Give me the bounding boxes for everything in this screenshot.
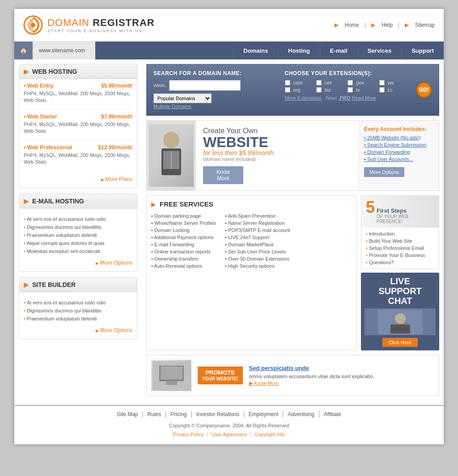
site-builder-icon: ▶ [24, 281, 29, 288]
include-item[interactable]: 25MB Website (No ads!) [364, 135, 433, 140]
ext-gov-cb[interactable] [348, 80, 353, 85]
footer-employment[interactable]: Employment [244, 411, 284, 417]
footer-pricing[interactable]: Pricing [166, 411, 192, 417]
list-item: POP3/SMTP E-mail account [225, 227, 290, 234]
search-label: SEARCH FOR A DOMAIN NAME: [153, 70, 276, 76]
ext-ws: .ws [386, 80, 394, 85]
promote-link[interactable]: Sed perspiciatis unde [249, 365, 434, 371]
domain-search-input[interactable] [169, 80, 241, 91]
site-url: www.sitename.com [33, 42, 95, 59]
logo-title: DOMAIN REGISTRAR [47, 17, 155, 29]
new-pro-text: New! .PRO Read More [326, 95, 376, 101]
nav-email[interactable]: E-mail [320, 42, 357, 59]
click-here-button[interactable]: Click Here [382, 338, 418, 347]
include-item[interactable]: Search Engine Submission [364, 142, 433, 147]
promo-banner: Create Your Own WEBSITE for less then $5… [146, 120, 439, 191]
know-more-button[interactable]: Know More [203, 166, 243, 184]
list-item: E-mail Forwarding [151, 241, 216, 248]
promote-text: Sed perspiciatis unde omnis voluptatem a… [249, 365, 434, 386]
free-services-col2: Anti-Spam Prevention Name Server Registr… [225, 212, 290, 270]
promo-person-image [147, 121, 196, 190]
plan-starter-price: $7.99/month [101, 114, 132, 120]
ext-tv-cb[interactable] [348, 87, 353, 93]
domain-dropdown[interactable]: Popular Domains [153, 93, 212, 103]
ext-com-cb[interactable] [285, 80, 290, 85]
include-item[interactable]: Domain Forwarding [364, 149, 433, 155]
nav-help-link[interactable]: Help [382, 22, 393, 28]
list-item: High Security options [225, 262, 290, 270]
go-button[interactable]: GO! [416, 82, 432, 98]
first-steps-box: 5 First Steps OF YOUR WEB PRESENCE! Intr… [361, 195, 439, 350]
ext-net-cb[interactable] [316, 80, 322, 85]
two-col-section: ▶ FREE SERVICES Domain parking page Whoi… [146, 195, 439, 350]
more-options-button[interactable]: More Options [364, 167, 404, 177]
nav-services[interactable]: Services [357, 42, 402, 59]
list-item: Over 50 Domain Extensions [225, 255, 290, 262]
copyright-info-link[interactable]: Copyright Info [251, 432, 288, 437]
promote-image [151, 360, 191, 391]
list-item: Auto-Renewal options [151, 262, 216, 270]
nav-hosting[interactable]: Hosting [278, 42, 319, 59]
svg-rect-12 [166, 381, 177, 385]
footer-investor[interactable]: Investor Relations [192, 411, 244, 417]
email-hosting-icon: ▶ [24, 198, 29, 205]
footer-sub-links: Privacy Policy User Agreement Copyright … [14, 430, 444, 439]
promo-website-text: WEBSITE [203, 135, 351, 149]
more-options-email-link[interactable]: More Options [24, 258, 132, 268]
www-label: www. [153, 82, 166, 88]
nav-domains[interactable]: Domains [233, 42, 278, 59]
nav-home-link[interactable]: Home [345, 22, 359, 28]
ext-org-cb[interactable] [285, 87, 290, 93]
svg-rect-11 [161, 366, 182, 379]
more-plans-link[interactable]: More Plans [24, 174, 132, 184]
promo-domain-text: (domain name included) [203, 156, 351, 162]
plan-entry: • Web Entry $5.99/month PHP4, MySQL, Web… [24, 83, 132, 109]
svg-point-2 [163, 132, 179, 148]
logo-subtitle: START YOUR E-BUSINESS WITH US! [47, 29, 155, 33]
multiple-domains-link[interactable]: Multiple Domains [153, 104, 191, 109]
promote-section: PROMOTE YOUR WEBSITE! Sed perspiciatis u… [146, 355, 439, 396]
more-extensions-link[interactable]: More Extensions [285, 95, 322, 101]
ext-net: .net [323, 80, 331, 85]
plan-starter-name: • Web Starter [24, 114, 57, 120]
ext-cc-cb[interactable] [379, 87, 385, 93]
plan-starter-desc: PHP4, MySQL, WebMail, 200 Megs, 2500 Meg… [24, 121, 132, 135]
promo-includes: Every Account Includes: 25MB Website (No… [358, 121, 439, 190]
list-item: Dignissimos ducimus qui blanditiis [24, 223, 132, 231]
step-item: Promote Your E-Business [366, 252, 434, 259]
list-item: At vero eos et accusamus iusto odio [24, 299, 132, 307]
list-item: Praesentium voluptatum deleniti [24, 315, 132, 323]
plan-entry-price: $5.99/month [101, 83, 132, 89]
read-more-link[interactable]: Read More [352, 95, 376, 101]
ext-com: .com [292, 80, 303, 85]
nav-sitemap-link[interactable]: Sitemap [415, 22, 435, 28]
home-icon[interactable]: 🏠 [14, 42, 33, 59]
email-hosting-title: E-MAIL HOSTING [32, 198, 84, 205]
plan-pro-name: • Web Professional [24, 144, 72, 151]
footer-advertising[interactable]: Advertising [283, 411, 319, 417]
footer-rules[interactable]: Rules [143, 411, 166, 417]
site-builder-section: ▶ SITE BUILDER At vero eos et accusamus … [19, 277, 137, 339]
pro-link[interactable]: .PRO [339, 95, 351, 101]
first-steps-header: 5 First Steps OF YOUR WEB PRESENCE! [361, 195, 439, 227]
right-content: SEARCH FOR A DOMAIN NAME: www. Popular D… [142, 59, 444, 400]
ext-biz-cb[interactable] [316, 87, 322, 93]
footer-copyright: Copyright © Companyname, 2004. All Right… [14, 423, 444, 430]
svg-point-7 [395, 313, 406, 324]
nav-support[interactable]: Support [401, 42, 444, 59]
free-services-box: ▶ FREE SERVICES Domain parking page Whoi… [146, 195, 356, 350]
include-item[interactable]: Sub User Accounts... [364, 156, 433, 162]
plan-pro-desc: PHP4, MySQL, WebMail, 200 Megs, 2500 Meg… [24, 152, 132, 166]
promo-right-title: Every Account Includes: [364, 126, 433, 132]
more-options-sb-link[interactable]: More Options [24, 325, 132, 335]
ext-ws-cb[interactable] [379, 80, 385, 85]
footer-affiliate[interactable]: Affiliate [319, 411, 346, 417]
domain-search-box: SEARCH FOR A DOMAIN NAME: www. Popular D… [146, 64, 439, 116]
list-item: Domain parking page [151, 212, 216, 219]
user-agreement-link[interactable]: User Agreement [208, 432, 250, 437]
promote-know-more-link[interactable]: ▶ Know More [249, 380, 279, 386]
steps-subtitle: OF YOUR WEB PRESENCE! [377, 214, 434, 224]
privacy-policy-link[interactable]: Privacy Policy [170, 432, 208, 437]
plan-pro-price: $12.99/month [98, 144, 132, 151]
footer-sitemap[interactable]: Site Map [112, 411, 143, 417]
